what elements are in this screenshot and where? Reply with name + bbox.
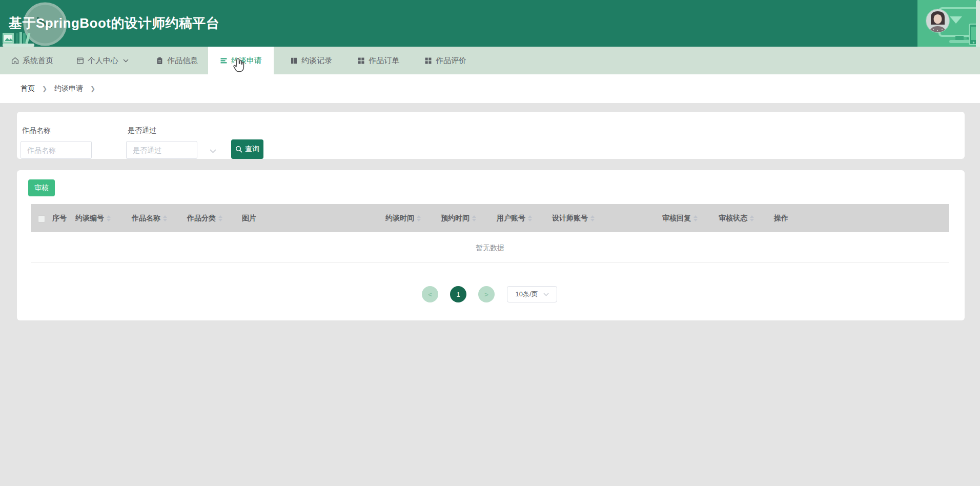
empty-data-message: 暂无数据 (31, 232, 949, 263)
nav-label: 作品订单 (369, 56, 399, 66)
nav-item-work-info[interactable]: 作品信息 (156, 47, 198, 74)
nav-item-work-orders[interactable]: 作品订单 (357, 47, 399, 74)
query-button[interactable]: 查询 (231, 139, 263, 159)
work-name-label: 作品名称 (21, 126, 92, 135)
sort-icon[interactable] (590, 215, 595, 221)
nav-item-personal-center[interactable]: 个人中心 (76, 47, 129, 74)
breadcrumb-home[interactable]: 首页 (21, 84, 35, 93)
app-header: 基于SpringBoot的设计师约稿平台 (0, 0, 980, 47)
grid-icon (424, 57, 432, 65)
col-audit-status[interactable]: 审核状态 (718, 204, 773, 232)
sort-icon[interactable] (693, 215, 698, 221)
query-button-label: 查询 (245, 145, 259, 154)
col-actions: 操作 (773, 204, 949, 232)
work-name-input[interactable] (21, 141, 92, 159)
col-interview-no[interactable]: 约谈编号 (74, 204, 131, 232)
nav-item-system-home[interactable]: 系统首页 (11, 47, 53, 74)
nav-item-work-reviews[interactable]: 作品评价 (424, 47, 466, 74)
pagination: < 1 > 10条/页 (28, 286, 951, 302)
current-page-button[interactable]: 1 (450, 286, 466, 302)
grid-icon (357, 57, 365, 65)
prev-page-button[interactable]: < (422, 286, 438, 302)
user-avatar[interactable] (926, 9, 949, 32)
page-size-label: 10条/页 (515, 290, 538, 299)
chevron-down-icon (123, 59, 129, 63)
page-size-select[interactable]: 10条/页 (507, 286, 557, 302)
search-panel: 作品名称 是否通过 查询 (17, 112, 965, 159)
col-audit-reply[interactable]: 审核回复 (661, 204, 718, 232)
nav-label: 个人中心 (88, 56, 118, 66)
sort-icon[interactable] (750, 215, 754, 221)
interview-apply-table: 序号 约谈编号 作品名称 作品分类 图片 约谈时间 预约时间 用户账号 设计师账… (31, 204, 949, 232)
clipboard-icon (156, 57, 164, 65)
breadcrumb-current: 约谈申请 (54, 84, 83, 93)
search-icon (235, 146, 242, 153)
home-icon (11, 57, 19, 65)
col-designer-account[interactable]: 设计师账号 (551, 204, 661, 232)
bookshelf-decoration-icon (3, 31, 35, 47)
scrollbar[interactable] (976, 0, 980, 47)
sort-icon[interactable] (472, 215, 476, 221)
col-appoint-time[interactable]: 预约时间 (440, 204, 496, 232)
nav-label: 约谈记录 (301, 56, 332, 66)
breadcrumb-separator-icon: ❯ (90, 85, 95, 92)
chevron-down-icon (543, 293, 549, 296)
chevron-down-icon[interactable] (210, 149, 216, 153)
col-user-account[interactable]: 用户账号 (496, 204, 551, 232)
next-page-button[interactable]: > (478, 286, 495, 302)
nav-label: 作品信息 (167, 56, 198, 66)
nav-item-interview-records[interactable]: 约谈记录 (290, 47, 332, 74)
pass-status-select[interactable] (126, 141, 197, 159)
header-right-decoration (917, 0, 980, 47)
col-work-name[interactable]: 作品名称 (131, 204, 186, 232)
select-all-checkbox[interactable] (38, 215, 45, 222)
nav-label: 系统首页 (23, 56, 53, 66)
sort-icon[interactable] (417, 215, 421, 221)
nav-label: 作品评价 (436, 56, 466, 66)
col-seq: 序号 (51, 204, 74, 232)
audit-button[interactable]: 审核 (28, 179, 55, 196)
sort-icon[interactable] (107, 215, 111, 221)
col-work-category[interactable]: 作品分类 (186, 204, 241, 232)
mouse-hand-cursor (232, 58, 246, 73)
col-image: 图片 (241, 204, 384, 232)
list-icon (220, 57, 228, 65)
table-header-row: 序号 约谈编号 作品名称 作品分类 图片 约谈时间 预约时间 用户账号 设计师账… (31, 204, 949, 232)
breadcrumb: 首页 ❯ 约谈申请 ❯ (0, 74, 980, 103)
page-title: 基于SpringBoot的设计师约稿平台 (9, 14, 220, 32)
data-panel: 审核 序号 约谈编号 作品名称 作品分类 图片 约谈时间 预约时间 用户账号 设… (17, 170, 965, 320)
book-icon (290, 57, 298, 65)
col-interview-time[interactable]: 约谈时间 (384, 204, 440, 232)
panel-icon (76, 57, 84, 65)
pass-status-label: 是否通过 (126, 126, 218, 135)
sort-icon[interactable] (528, 215, 532, 221)
sort-icon[interactable] (218, 215, 222, 221)
breadcrumb-separator-icon: ❯ (42, 85, 47, 92)
sort-icon[interactable] (163, 215, 167, 221)
main-nav: 系统首页 个人中心 作品信息 约谈申请 约谈记录 作品订单 作品评价 (0, 47, 980, 74)
